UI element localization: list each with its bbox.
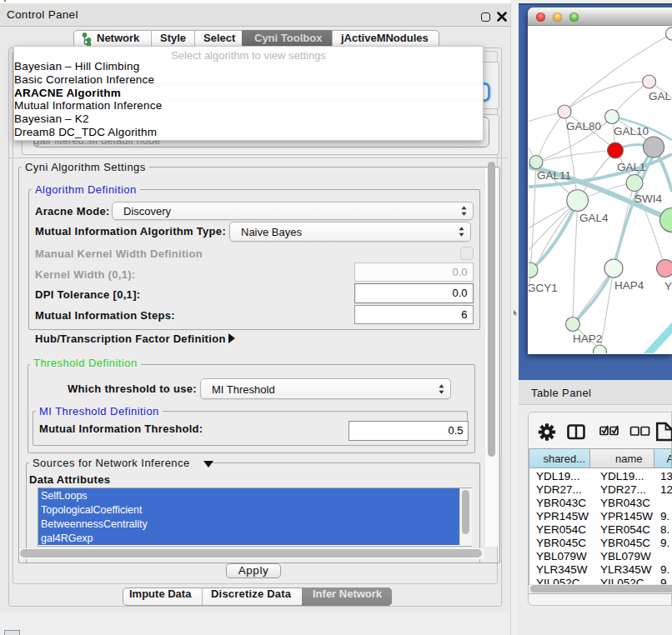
svg-text:GAL10: GAL10 <box>614 125 649 138</box>
svg-text:GAL4: GAL4 <box>579 212 609 224</box>
svg-text:GAL80: GAL80 <box>566 120 601 132</box>
svg-text:GCY1: GCY1 <box>529 282 558 294</box>
svg-text:HAP2: HAP2 <box>573 332 602 345</box>
svg-text:HAP4: HAP4 <box>614 279 644 292</box>
svg-text:GAL1: GAL1 <box>617 161 646 173</box>
svg-text:SWI4: SWI4 <box>634 192 662 205</box>
svg-text:GAL11: GAL11 <box>537 169 571 182</box>
svg-text:Y: Y <box>664 280 672 292</box>
svg-text:GAL: GAL <box>649 90 672 102</box>
